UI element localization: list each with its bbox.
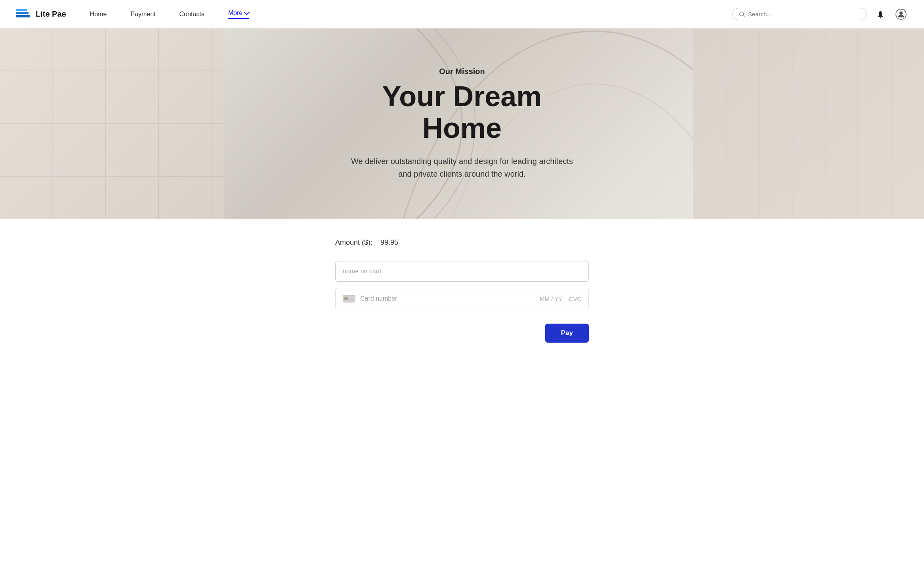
- nav-links: Home Payment Contacts More: [90, 10, 732, 19]
- hero-description: We deliver outstanding quality and desig…: [347, 155, 577, 180]
- hero-content: Our Mission Your Dream Home We deliver o…: [347, 67, 577, 180]
- nav-more-label: More: [228, 10, 242, 17]
- card-number-row[interactable]: Card number MM / YY CVC: [335, 288, 589, 309]
- navbar: Lite Pae Home Payment Contacts More: [0, 0, 924, 29]
- payment-section: Amount ($): 99.95 Card number MM / YY CV…: [0, 219, 924, 366]
- logo-icon: [16, 8, 32, 21]
- nav-right: [732, 7, 908, 21]
- brand-name: Lite Pae: [36, 10, 66, 19]
- svg-rect-0: [16, 15, 30, 17]
- search-input[interactable]: [748, 11, 860, 17]
- amount-label: Amount ($):: [335, 238, 372, 247]
- hero-subtitle: Our Mission: [347, 67, 577, 76]
- nav-home[interactable]: Home: [90, 11, 107, 18]
- svg-rect-2: [16, 9, 27, 11]
- card-number-label: Card number: [360, 295, 397, 302]
- card-form: Card number MM / YY CVC Pay: [335, 261, 589, 343]
- chevron-down-icon: [244, 10, 250, 15]
- credit-card-icon: [343, 294, 355, 303]
- name-on-card-input[interactable]: [335, 261, 589, 282]
- pay-btn-row: Pay: [335, 324, 589, 343]
- hero-title-line1: Your Dream: [382, 80, 542, 112]
- bell-icon: [876, 10, 885, 19]
- svg-point-5: [880, 17, 881, 18]
- user-button[interactable]: [894, 7, 908, 21]
- nav-payment[interactable]: Payment: [130, 11, 155, 18]
- amount-row: Amount ($): 99.95: [335, 238, 398, 247]
- hero-title: Your Dream Home: [347, 81, 577, 143]
- logo-area[interactable]: Lite Pae: [16, 8, 66, 21]
- notification-button[interactable]: [873, 7, 888, 21]
- nav-more[interactable]: More: [228, 10, 249, 19]
- svg-rect-20: [693, 29, 924, 219]
- card-right: MM / YY CVC: [540, 295, 581, 302]
- pay-button[interactable]: Pay: [545, 324, 589, 343]
- svg-rect-1: [16, 12, 29, 14]
- svg-line-4: [743, 15, 745, 17]
- cvc-placeholder: CVC: [569, 295, 581, 302]
- svg-point-7: [899, 11, 903, 15]
- search-icon: [739, 11, 745, 17]
- hero-section: Our Mission Your Dream Home We deliver o…: [0, 29, 924, 219]
- card-number-left: Card number: [343, 294, 397, 303]
- hero-title-line2: Home: [422, 112, 502, 144]
- amount-value: 99.95: [380, 238, 398, 247]
- search-bar[interactable]: [732, 8, 867, 20]
- user-icon: [895, 9, 907, 20]
- nav-contacts[interactable]: Contacts: [179, 11, 204, 18]
- expiry-placeholder: MM / YY: [540, 295, 562, 302]
